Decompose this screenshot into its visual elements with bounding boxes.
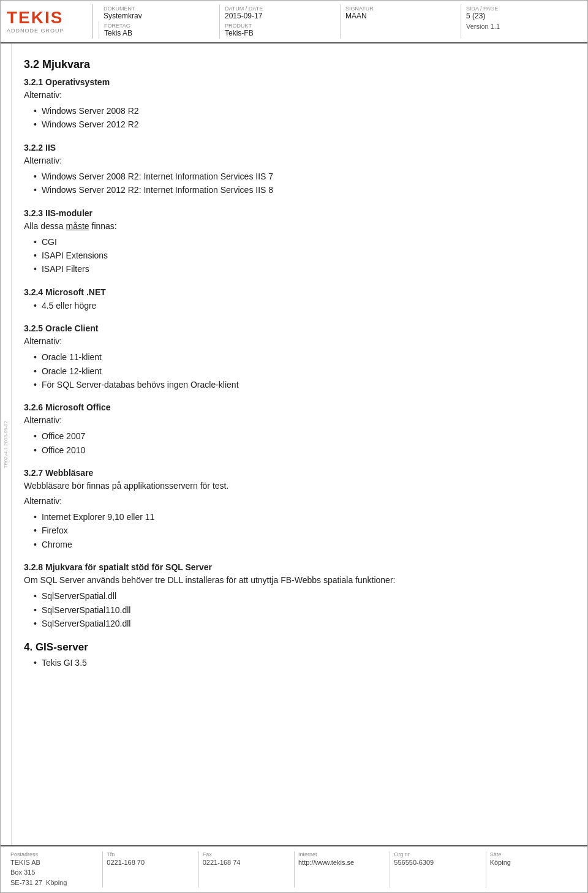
list-item: Firefox bbox=[34, 524, 569, 537]
list-item: CGI bbox=[34, 235, 569, 249]
heading-4: 4. GIS-server bbox=[24, 641, 569, 654]
page-wrapper: TEKIS ADDNODE GROUP Dokument Systemkrav … bbox=[0, 0, 588, 893]
signatur-label: Signatur bbox=[345, 6, 456, 12]
section-3-2-6: 3.2.6 Microsoft Office Alternativ: Offic… bbox=[24, 402, 569, 457]
logo-addnode: ADDNODE GROUP bbox=[7, 28, 64, 34]
section-3-2-5: 3.2.5 Oracle Client Alternativ: Oracle 1… bbox=[24, 323, 569, 391]
page-footer: Postadress TEKIS ABBox 315SE-731 27 Köpi… bbox=[1, 845, 587, 893]
list-3-2-1: Windows Server 2008 R2 Windows Server 20… bbox=[34, 104, 569, 132]
list-4: Tekis GI 3.5 bbox=[34, 656, 569, 669]
section-3-2-7: 3.2.7 Webbläsare Webbläsare bör finnas p… bbox=[24, 468, 569, 551]
produkt-value: Tekis-FB bbox=[225, 29, 335, 37]
header-meta: Dokument Systemkrav Datum / Date 2015-09… bbox=[99, 4, 581, 39]
datum-value: 2015-09-17 bbox=[225, 12, 335, 20]
foretag-label: Företag bbox=[104, 23, 214, 29]
heading-3-2-3: 3.2.3 IIS-moduler bbox=[24, 208, 569, 218]
header-sida: Sida / Page 5 (23) bbox=[461, 4, 581, 21]
footer-internet: Internet http://www.tekis.se bbox=[294, 851, 390, 888]
list-item: Internet Explorer 9,10 eller 11 bbox=[34, 510, 569, 524]
foretag-value: Tekis AB bbox=[104, 29, 214, 37]
dokument-label: Dokument bbox=[104, 6, 214, 12]
side-strip-text: TB02v4.1 2008-05-02 bbox=[3, 421, 9, 468]
header-version: Version 1.1 bbox=[461, 21, 581, 39]
dokument-value: Systemkrav bbox=[104, 12, 214, 20]
list-item: Windows Server 2008 R2: Internet Informa… bbox=[34, 170, 569, 183]
signatur-value: MAAN bbox=[345, 12, 456, 20]
list-3-2-2: Windows Server 2008 R2: Internet Informa… bbox=[34, 170, 569, 197]
section-3-2-3: 3.2.3 IIS-moduler Alla dessa måste finna… bbox=[24, 208, 569, 276]
para-3-2-7: Webbläsare bör finnas på applikationsser… bbox=[24, 480, 569, 492]
section-3-2-8: 3.2.8 Mjukvara för spatialt stöd för SQL… bbox=[24, 562, 569, 630]
footer-fax-value: 0221-168 74 bbox=[203, 857, 290, 868]
footer-postadress-label: Postadress bbox=[10, 851, 99, 857]
intro-3-2-3: Alla dessa måste finnas: bbox=[24, 220, 569, 233]
main-content: TB02v4.1 2008-05-02 3.2 Mjukvara 3.2.1 O… bbox=[1, 43, 587, 845]
header-datum: Datum / Date 2015-09-17 bbox=[219, 4, 340, 21]
page-header: TEKIS ADDNODE GROUP Dokument Systemkrav … bbox=[1, 1, 587, 43]
list-3-2-5: Oracle 11-klient Oracle 12-klient För SQ… bbox=[34, 350, 569, 391]
heading-3-2-5: 3.2.5 Oracle Client bbox=[24, 323, 569, 333]
footer-sate-label: Säte bbox=[490, 851, 578, 857]
list-item: För SQL Server-databas behövs ingen Orac… bbox=[34, 378, 569, 391]
list-item: ISAPI Filters bbox=[34, 262, 569, 276]
header-foretag: Företag Tekis AB bbox=[99, 21, 219, 39]
footer-sate: Säte Köping bbox=[486, 851, 581, 888]
list-item: Oracle 12-klient bbox=[34, 364, 569, 378]
produkt-label: Produkt bbox=[225, 23, 335, 29]
alternativ-3-2-6: Alternativ: bbox=[24, 414, 569, 427]
list-item: SqlServerSpatial120.dll bbox=[34, 617, 569, 630]
footer-fax-label: Fax bbox=[203, 851, 290, 857]
list-3-2-7: Internet Explorer 9,10 eller 11 Firefox … bbox=[34, 510, 569, 551]
alternativ-3-2-2: Alternativ: bbox=[24, 154, 569, 167]
footer-postadress: Postadress TEKIS ABBox 315SE-731 27 Köpi… bbox=[7, 851, 102, 888]
section-4: 4. GIS-server Tekis GI 3.5 bbox=[24, 641, 569, 669]
footer-org-value: 556550-6309 bbox=[394, 857, 481, 868]
header-empty bbox=[340, 21, 461, 39]
underline-maste: måste bbox=[66, 221, 89, 231]
list-3-2-6: Office 2007 Office 2010 bbox=[34, 429, 569, 457]
footer-internet-label: Internet bbox=[298, 851, 386, 857]
list-3-2-8: SqlServerSpatial.dll SqlServerSpatial110… bbox=[34, 589, 569, 630]
footer-fax: Fax 0221-168 74 bbox=[198, 851, 294, 888]
list-3-2-3: CGI ISAPI Extensions ISAPI Filters bbox=[34, 235, 569, 276]
alternativ-3-2-1: Alternativ: bbox=[24, 89, 569, 102]
datum-label: Datum / Date bbox=[225, 6, 335, 12]
list-item: Windows Server 2012 R2 bbox=[34, 118, 569, 131]
heading-3-2-7: 3.2.7 Webbläsare bbox=[24, 468, 569, 478]
list-3-2-4: 4.5 eller högre bbox=[34, 299, 569, 312]
footer-org-label: Org nr bbox=[394, 851, 481, 857]
footer-internet-value: http://www.tekis.se bbox=[298, 857, 386, 868]
list-item: Oracle 11-klient bbox=[34, 350, 569, 364]
footer-tfn-label: Tfn bbox=[107, 851, 194, 857]
list-item: ISAPI Extensions bbox=[34, 249, 569, 262]
alternativ-3-2-7: Alternativ: bbox=[24, 495, 569, 508]
list-item: Windows Server 2012 R2: Internet Informa… bbox=[34, 183, 569, 197]
version-value: Version 1.1 bbox=[466, 23, 576, 30]
heading-3-2-2: 3.2.2 IIS bbox=[24, 143, 569, 153]
content-area: 3.2 Mjukvara 3.2.1 Operativsystem Altern… bbox=[12, 43, 587, 845]
side-strip: TB02v4.1 2008-05-02 bbox=[1, 43, 12, 845]
heading-3-2-4: 3.2.4 Microsoft .NET bbox=[24, 287, 569, 297]
logo-area: TEKIS ADDNODE GROUP bbox=[7, 4, 92, 39]
sida-label: Sida / Page bbox=[466, 6, 576, 12]
alternativ-3-2-5: Alternativ: bbox=[24, 335, 569, 348]
header-signatur: Signatur MAAN bbox=[340, 4, 461, 21]
list-item: SqlServerSpatial110.dll bbox=[34, 603, 569, 617]
list-item: Windows Server 2008 R2 bbox=[34, 104, 569, 118]
section-3-2-4: 3.2.4 Microsoft .NET 4.5 eller högre bbox=[24, 287, 569, 312]
main-title: 3.2 Mjukvara bbox=[24, 58, 569, 71]
header-produkt: Produkt Tekis-FB bbox=[219, 21, 340, 39]
logo-group: TEKIS ADDNODE GROUP bbox=[7, 9, 64, 34]
heading-3-2-1: 3.2.1 Operativsystem bbox=[24, 77, 569, 87]
list-item: Chrome bbox=[34, 538, 569, 551]
list-item: SqlServerSpatial.dll bbox=[34, 589, 569, 603]
footer-org: Org nr 556550-6309 bbox=[390, 851, 485, 888]
list-item: Office 2007 bbox=[34, 429, 569, 443]
logo-tekis: TEKIS bbox=[7, 9, 64, 26]
heading-3-2-6: 3.2.6 Microsoft Office bbox=[24, 402, 569, 412]
list-item: 4.5 eller högre bbox=[34, 299, 569, 312]
para-3-2-8: Om SQL Server används behöver tre DLL in… bbox=[24, 574, 569, 587]
section-3-2-2: 3.2.2 IIS Alternativ: Windows Server 200… bbox=[24, 143, 569, 197]
sida-value: 5 (23) bbox=[466, 12, 576, 20]
list-item: Office 2010 bbox=[34, 443, 569, 457]
